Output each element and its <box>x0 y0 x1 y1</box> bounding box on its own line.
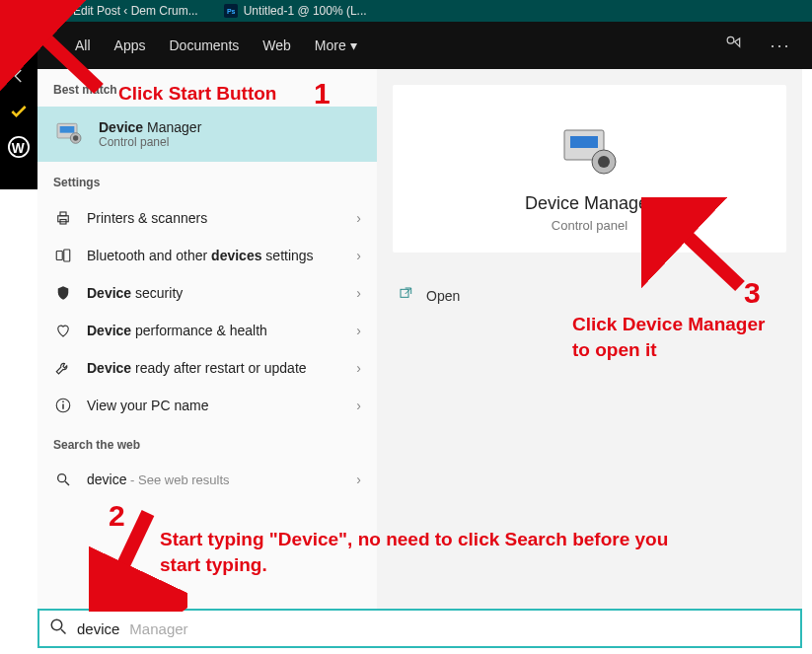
wrench-icon <box>53 359 73 377</box>
svg-line-20 <box>65 481 69 485</box>
svg-rect-14 <box>56 252 62 260</box>
search-icon <box>53 472 73 487</box>
device-manager-icon <box>53 118 85 150</box>
tab-all[interactable]: All <box>75 37 91 53</box>
tab-more[interactable]: More ▾ <box>315 37 357 53</box>
tab-web[interactable]: Web <box>262 37 291 53</box>
photoshop-icon: Ps <box>224 4 238 18</box>
chevron-right-icon: › <box>356 210 361 226</box>
svg-text:O: O <box>12 35 21 48</box>
best-match-subtitle: Control panel <box>99 135 201 149</box>
chevron-right-icon: › <box>356 360 361 376</box>
shield-icon <box>53 284 73 302</box>
results-column: Best match Device Manager Control panel … <box>37 69 377 609</box>
svg-rect-12 <box>60 212 66 216</box>
feedback-icon[interactable] <box>721 34 745 57</box>
svg-rect-18 <box>62 401 64 403</box>
settings-row-bluetooth[interactable]: Bluetooth and other devices settings › <box>37 237 377 274</box>
settings-row-pcname[interactable]: View your PC name › <box>37 387 377 424</box>
tab-documents[interactable]: Documents <box>169 37 239 53</box>
search-input[interactable]: device Manager <box>37 609 802 648</box>
check-icon[interactable] <box>6 99 32 124</box>
svg-rect-17 <box>62 404 64 409</box>
settings-row-label: View your PC name <box>87 398 342 413</box>
best-match-header: Best match <box>37 69 377 107</box>
svg-text:Ps: Ps <box>227 8 236 15</box>
settings-row-label: Device security <box>87 285 342 301</box>
settings-row-restart[interactable]: Device ready after restart or update › <box>37 349 377 387</box>
settings-row-security[interactable]: Device security › <box>37 274 377 312</box>
search-typed: device <box>77 620 119 637</box>
open-action[interactable]: Open <box>393 276 786 315</box>
chevron-down-icon: ▾ <box>350 37 357 53</box>
title-tab-brave[interactable]: Edit Post ‹ Dem Crum... <box>43 0 208 22</box>
settings-row-health[interactable]: Device performance & health › <box>37 312 377 349</box>
chevron-right-icon: › <box>356 248 361 263</box>
title-tab-label: Untitled-1 @ 100% (L... <box>244 4 367 18</box>
heart-icon <box>53 322 73 339</box>
device-manager-icon <box>558 124 622 178</box>
chevron-right-icon: › <box>356 323 361 338</box>
settings-header: Settings <box>37 162 377 199</box>
chevron-right-icon: › <box>356 398 361 413</box>
preview-subtitle: Control panel <box>412 218 767 233</box>
svg-rect-8 <box>60 126 75 133</box>
svg-rect-11 <box>58 216 69 222</box>
ellipsis-icon[interactable]: ··· <box>769 36 792 56</box>
os-rail: O W <box>0 22 37 189</box>
search-icon <box>49 618 67 639</box>
settings-row-label: Device ready after restart or update <box>87 360 342 376</box>
settings-row-label: Bluetooth and other devices settings <box>87 248 342 263</box>
title-tab-photoshop[interactable]: Ps Untitled-1 @ 100% (L... <box>214 0 377 22</box>
best-match-item[interactable]: Device Manager Control panel <box>37 107 377 162</box>
svg-rect-25 <box>401 289 408 297</box>
svg-line-27 <box>61 629 66 634</box>
svg-point-24 <box>598 156 610 168</box>
brave-icon <box>53 4 67 18</box>
title-tab-label: Edit Post ‹ Dem Crum... <box>73 4 198 18</box>
bluetooth-icon <box>53 247 73 264</box>
search-suggestion: Manager <box>129 620 187 637</box>
svg-rect-22 <box>570 136 598 148</box>
svg-text:W: W <box>12 141 25 156</box>
svg-point-6 <box>727 36 734 43</box>
preview-column: Device Manager Control panel Open <box>377 69 802 609</box>
chevron-right-icon: › <box>356 285 361 301</box>
chevron-right-icon: › <box>356 472 361 487</box>
svg-point-19 <box>58 474 66 482</box>
open-icon <box>399 286 414 305</box>
svg-point-10 <box>73 135 78 140</box>
settings-row-label: Printers & scanners <box>87 210 342 226</box>
web-row-label: device - See web results <box>87 472 342 487</box>
svg-point-26 <box>51 619 62 630</box>
best-match-title: Device Manager <box>99 119 201 135</box>
printer-icon <box>53 209 73 227</box>
svg-rect-15 <box>64 250 70 261</box>
preview-title: Device Manager <box>412 193 767 214</box>
web-row[interactable]: device - See web results › <box>37 462 377 497</box>
outlook-icon[interactable]: O <box>6 28 32 53</box>
tab-apps[interactable]: Apps <box>114 37 146 53</box>
preview-card: Device Manager Control panel <box>393 85 786 253</box>
info-icon <box>53 397 73 414</box>
wordpress-icon[interactable]: W <box>6 134 32 160</box>
settings-row-printers[interactable]: Printers & scanners › <box>37 199 377 237</box>
back-icon[interactable] <box>6 63 32 89</box>
search-panel: Best match Device Manager Control panel … <box>37 69 802 609</box>
window-titlebar: Edit Post ‹ Dem Crum... Ps Untitled-1 @ … <box>0 0 812 22</box>
open-label: Open <box>426 288 460 304</box>
settings-row-label: Device performance & health <box>87 323 342 338</box>
search-tabbar: All Apps Documents Web More ▾ ··· <box>37 22 812 69</box>
web-header: Search the web <box>37 424 377 462</box>
